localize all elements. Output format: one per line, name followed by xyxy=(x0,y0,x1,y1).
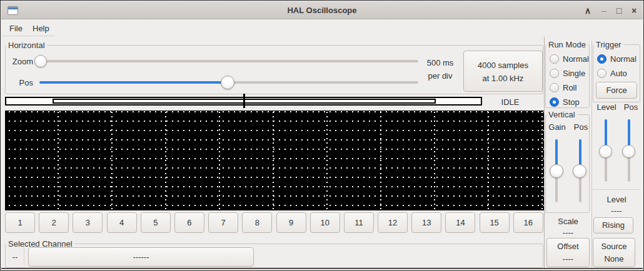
channel-button-9[interactable]: 9 xyxy=(276,212,306,233)
app-window: HAL Oscilloscope ∧ _ □ × File Help Horiz… xyxy=(0,0,644,271)
vertical-gain-label: Gain xyxy=(546,122,568,132)
radio-icon[interactable] xyxy=(597,54,606,64)
offset-value: ---- xyxy=(547,253,589,265)
radio-icon[interactable] xyxy=(550,83,559,92)
vertical-pos-slider-handle[interactable] xyxy=(573,164,586,178)
trigger-level-slider-label: Level xyxy=(595,102,618,112)
trigger-pos-slider-label: Pos xyxy=(621,102,641,112)
scale-caption: Scale xyxy=(545,217,591,226)
maximize-button[interactable]: □ xyxy=(612,5,626,16)
radio-icon[interactable] xyxy=(550,69,559,78)
vertical-pos-label: Pos xyxy=(570,122,592,132)
channel-button-13[interactable]: 13 xyxy=(411,212,441,233)
menubar: File Help xyxy=(1,19,643,36)
radio-label: Normal xyxy=(563,54,589,64)
radio-icon[interactable] xyxy=(550,54,559,64)
trigger-source-value: None xyxy=(593,253,635,265)
minimize-button[interactable]: _ xyxy=(597,2,611,13)
window-title: HAL Oscilloscope xyxy=(1,6,643,15)
radio-label: Stop xyxy=(563,97,580,107)
selected-channel-divider xyxy=(24,246,24,265)
pos-slider-label: Pos xyxy=(9,78,33,87)
sample-rate: at 1.00 kHz xyxy=(464,72,542,85)
horizontal-group: Horizontal xyxy=(5,45,543,94)
timebase-readout: 500 ms per div xyxy=(421,56,460,82)
radio-icon[interactable] xyxy=(550,97,559,107)
vertical-gain-slider-handle[interactable] xyxy=(550,164,563,178)
trigger-source-button[interactable]: Source None xyxy=(593,238,635,267)
selected-channel-source-button[interactable]: ------ xyxy=(28,247,254,267)
trigger-position-tick xyxy=(243,94,245,108)
zoom-slider-track[interactable] xyxy=(35,60,418,62)
pos-slider-fill xyxy=(39,81,228,84)
radio-icon[interactable] xyxy=(597,69,606,78)
offset-caption: Offset xyxy=(547,240,589,253)
channel-button-row: 1 2 3 4 5 6 7 8 9 10 11 12 13 14 15 16 xyxy=(5,212,543,233)
zoom-slider-label: Zoom xyxy=(9,57,33,66)
sample-rate-button[interactable]: 4000 samples at 1.00 kHz xyxy=(463,51,543,92)
right-columns-divider xyxy=(591,41,592,269)
shade-button[interactable]: ∧ xyxy=(581,5,595,16)
trigger-group: Trigger Normal Auto Force xyxy=(593,44,640,102)
channel-button-3[interactable]: 3 xyxy=(73,212,103,233)
zoom-slider-handle[interactable] xyxy=(34,55,47,67)
horizontal-legend: Horizontal xyxy=(6,41,47,50)
vertical-legend: Vertical xyxy=(546,110,577,119)
window-bottom-edge xyxy=(1,268,643,269)
radio-label: Single xyxy=(563,69,585,78)
main-right-divider xyxy=(544,37,545,269)
trigger-level-value: ---- xyxy=(593,206,640,215)
offset-button[interactable]: Offset ---- xyxy=(546,238,590,267)
timebase-per-div-units: per div xyxy=(421,69,460,82)
run-mode-legend: Run Mode xyxy=(546,40,588,49)
sample-count: 4000 samples xyxy=(464,59,542,72)
selected-channel-number: -- xyxy=(8,252,23,262)
radio-label: Auto xyxy=(610,69,627,78)
channel-button-8[interactable]: 8 xyxy=(242,212,272,233)
selected-channel-group: Selected Channel -- ------ xyxy=(5,244,543,268)
channel-button-1[interactable]: 1 xyxy=(5,212,35,233)
titlebar: HAL Oscilloscope ∧ _ □ × xyxy=(1,1,643,19)
channel-button-7[interactable]: 7 xyxy=(208,212,238,233)
channel-button-10[interactable]: 10 xyxy=(310,212,340,233)
channel-button-4[interactable]: 4 xyxy=(107,212,137,233)
timebase-per-div-value: 500 ms xyxy=(421,56,460,69)
capture-status: IDLE xyxy=(485,97,535,107)
channel-button-2[interactable]: 2 xyxy=(39,212,69,233)
menu-file[interactable]: File xyxy=(9,23,23,34)
channel-button-16[interactable]: 16 xyxy=(513,212,543,233)
menubar-divider xyxy=(2,36,54,36)
trigger-column-divider xyxy=(593,189,640,190)
scale-value: ---- xyxy=(545,228,591,237)
channel-button-6[interactable]: 6 xyxy=(174,212,204,233)
channel-button-14[interactable]: 14 xyxy=(445,212,475,233)
channel-button-5[interactable]: 5 xyxy=(141,212,171,233)
channel-button-12[interactable]: 12 xyxy=(378,212,408,233)
trigger-level-caption: Level xyxy=(593,195,640,204)
force-trigger-button[interactable]: Force xyxy=(596,82,637,99)
trigger-legend: Trigger xyxy=(594,40,623,49)
channel-button-11[interactable]: 11 xyxy=(344,212,374,233)
trigger-edge-button[interactable]: Rising xyxy=(593,217,633,234)
radio-label: Normal xyxy=(610,54,636,64)
scope-display xyxy=(5,111,544,210)
close-button[interactable]: × xyxy=(627,5,641,16)
trigger-pos-slider-handle[interactable] xyxy=(622,145,635,158)
pos-slider-handle[interactable] xyxy=(221,76,234,89)
radio-label: Roll xyxy=(563,83,576,92)
menu-help[interactable]: Help xyxy=(33,23,49,34)
trigger-level-slider-handle[interactable] xyxy=(599,145,612,158)
trigger-source-caption: Source xyxy=(593,240,635,253)
channel-button-15[interactable]: 15 xyxy=(480,212,510,233)
run-mode-group: Run Mode Normal Single Roll Stop xyxy=(545,44,590,108)
